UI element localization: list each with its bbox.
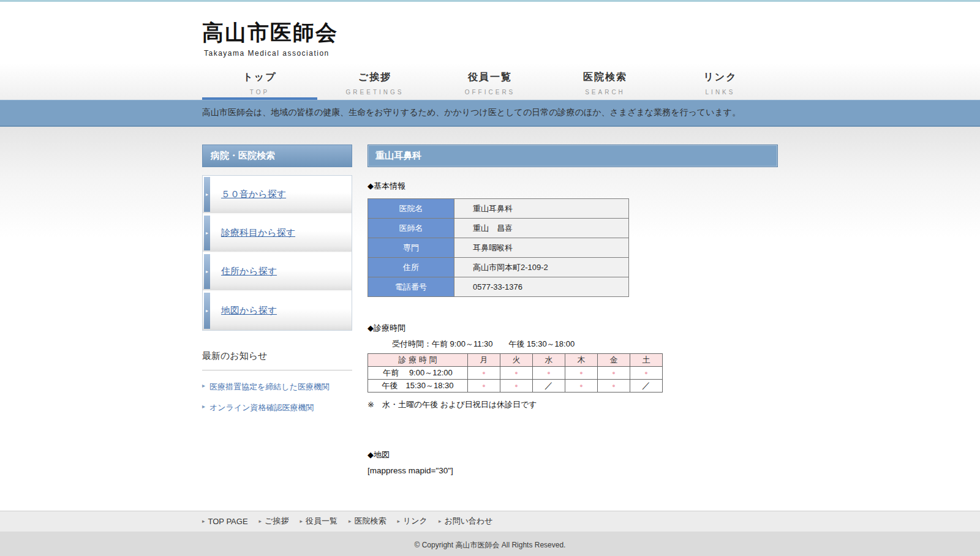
footer-link-label: ご挨拶 xyxy=(265,516,288,527)
nav-item[interactable]: ご挨拶 GREETINGS xyxy=(317,63,432,100)
hours-day-cell: ● xyxy=(468,367,500,380)
nav-item[interactable]: リンク LINKS xyxy=(663,63,778,100)
search-box-title: 病院・医院検索 xyxy=(202,145,352,167)
hours-day-cell: ● xyxy=(565,380,598,393)
clinic-detail: 重山耳鼻科 ◆基本情報 医院名 重山耳鼻科 医師名 xyxy=(368,145,778,475)
hours-day-header: 月 xyxy=(468,354,500,367)
footer-link[interactable]: ▸ お問い合わせ xyxy=(439,516,493,527)
nav-item[interactable]: 役員一覧 OFFICERS xyxy=(432,63,548,100)
reception-hours: 受付時間：午前 9:00～11:30 午後 15:30～18:00 xyxy=(392,339,778,350)
hours-day-cell: ● xyxy=(500,380,533,393)
intro-banner-text: 高山市医師会は、地域の皆様の健康、生命をお守りするため、かかりつけ医としての日常… xyxy=(202,100,778,126)
arrow-icon: ▸ xyxy=(206,192,208,197)
basic-info-row: 電話番号 0577-33-1376 xyxy=(368,277,629,297)
search-menu-link[interactable]: 地図から探す xyxy=(221,305,277,317)
search-menu-item[interactable]: ▸ 診療科目から探す xyxy=(203,214,352,253)
nav-item-label: 医院検索 xyxy=(548,71,663,84)
clinic-title-bar: 重山耳鼻科 xyxy=(368,145,778,167)
nav-item-sublabel: GREETINGS xyxy=(317,89,432,96)
site-logo[interactable]: 高山市医師会 Takayama Medical association xyxy=(202,18,338,58)
nav-item[interactable]: トップ TOP xyxy=(202,63,317,100)
main-wrap: 病院・医院検索 ▸ ５０音から探す ▸ 診療科目から探す xyxy=(0,127,980,511)
basic-info-value: 0577-33-1376 xyxy=(454,277,629,297)
hours-table: 診 療 時 間 月 火 水 木 金 xyxy=(368,353,663,393)
footer-link[interactable]: ▸ 医院検索 xyxy=(349,516,386,527)
search-menu-item[interactable]: ▸ 地図から探す xyxy=(203,291,352,330)
map-heading: ◆地図 xyxy=(368,449,778,460)
hours-day-header: 木 xyxy=(565,354,598,367)
search-menu-link[interactable]: 住所から探す xyxy=(221,266,277,277)
news-link[interactable]: オンライン資格確認医療機関 xyxy=(209,402,314,413)
site-header: 高山市医師会 Takayama Medical association xyxy=(0,2,980,63)
nav-item-label: ご挨拶 xyxy=(317,71,432,84)
search-menu-link[interactable]: ５０音から探す xyxy=(221,189,286,200)
hours-day-cell: ／ xyxy=(533,380,565,393)
basic-info-row: 医師名 重山 昌喜 xyxy=(368,219,629,238)
hours-day-cell: ● xyxy=(630,367,663,380)
nav-item[interactable]: 医院検索 SEARCH xyxy=(548,63,663,100)
footer-link[interactable]: ▸ TOP PAGE xyxy=(202,517,248,526)
arrow-icon: ▸ xyxy=(439,519,442,524)
footer-link-label: 医院検索 xyxy=(354,516,386,527)
main-nav: トップ TOP ご挨拶 GREETINGS 役員一覧 OFFICERS 医院検索… xyxy=(0,63,980,100)
hours-day-cell: ● xyxy=(598,367,630,380)
basic-info-label: 医師名 xyxy=(368,219,454,238)
footer-link[interactable]: ▸ 役員一覧 xyxy=(300,516,337,527)
basic-info-label: 専門 xyxy=(368,238,454,258)
nav-item-sublabel: SEARCH xyxy=(548,89,663,96)
hours-day-cell: ／ xyxy=(630,380,663,393)
hours-day-cell: ● xyxy=(533,367,565,380)
basic-info-row: 住所 高山市岡本町2-109-2 xyxy=(368,258,629,277)
arrow-icon: ▸ xyxy=(349,519,352,524)
search-menu-item[interactable]: ▸ 住所から探す xyxy=(203,253,352,291)
arrow-icon: ▸ xyxy=(202,383,205,389)
hours-day-cell: ● xyxy=(598,380,630,393)
footer-link[interactable]: ▸ ご挨拶 xyxy=(259,516,289,527)
basic-info-value: 重山耳鼻科 xyxy=(454,199,629,219)
nav-item-label: リンク xyxy=(663,71,778,84)
accent-bar: ▸ xyxy=(204,254,210,289)
nav-item-label: トップ xyxy=(202,71,317,84)
hours-day-header: 水 xyxy=(533,354,565,367)
arrow-icon: ▸ xyxy=(206,231,208,236)
hours-day-header: 金 xyxy=(598,354,630,367)
hours-day-header: 土 xyxy=(630,354,663,367)
map-shortcode: [mappress mapid="30"] xyxy=(368,466,778,475)
news-link[interactable]: 医療措置協定を締結した医療機関 xyxy=(209,381,330,393)
nav-item-sublabel: LINKS xyxy=(663,89,778,96)
footer-link[interactable]: ▸ リンク xyxy=(397,516,427,527)
hours-note: ※ 水・土曜の午後 および日祝日は休診日です xyxy=(368,399,778,410)
hours-day-cell: ● xyxy=(565,367,598,380)
intro-banner: 高山市医師会は、地域の皆様の健康、生命をお守りするため、かかりつけ医としての日常… xyxy=(0,100,980,127)
sidebar: 病院・医院検索 ▸ ５０音から探す ▸ 診療科目から探す xyxy=(202,145,352,423)
arrow-icon: ▸ xyxy=(397,519,400,524)
arrow-icon: ▸ xyxy=(202,404,205,410)
basic-info-label: 電話番号 xyxy=(368,277,454,297)
search-menu-link[interactable]: 診療科目から探す xyxy=(221,227,295,239)
basic-info-heading: ◆基本情報 xyxy=(368,181,778,192)
basic-info-value: 高山市岡本町2-109-2 xyxy=(454,258,629,277)
nav-item-label: 役員一覧 xyxy=(432,71,548,84)
arrow-icon: ▸ xyxy=(300,519,303,524)
footer-nav: ▸ TOP PAGE ▸ ご挨拶 ▸ 役員一覧 ▸ xyxy=(202,511,778,532)
news-item: ▸ オンライン資格確認医療機関 xyxy=(202,402,352,413)
page: 高山市医師会 Takayama Medical association トップ … xyxy=(0,0,980,556)
basic-info-label: 住所 xyxy=(368,258,454,277)
accent-bar: ▸ xyxy=(204,216,210,250)
basic-info-value: 耳鼻咽喉科 xyxy=(454,238,629,258)
copyright-text: © Copyright 高山市医師会 All Rights Reseved. xyxy=(0,540,980,550)
nav-item-sublabel: OFFICERS xyxy=(432,89,548,96)
search-menu-item[interactable]: ▸ ５０音から探す xyxy=(203,176,352,214)
arrow-icon: ▸ xyxy=(259,519,262,524)
basic-info-table: 医院名 重山耳鼻科 医師名 重山 昌喜 専門 耳鼻咽喉科 xyxy=(368,198,629,297)
basic-info-row: 医院名 重山耳鼻科 xyxy=(368,199,629,219)
accent-bar: ▸ xyxy=(204,177,210,212)
site-subtitle: Takayama Medical association xyxy=(202,49,338,58)
footer-link-label: TOP PAGE xyxy=(208,517,248,526)
news-list: ▸ 医療措置協定を締結した医療機関 ▸ オンライン資格確認医療機関 xyxy=(202,381,352,413)
footer-link-label: お問い合わせ xyxy=(444,516,492,527)
news-item: ▸ 医療措置協定を締結した医療機関 xyxy=(202,381,352,393)
basic-info-label: 医院名 xyxy=(368,199,454,219)
hours-day-header: 火 xyxy=(500,354,533,367)
site-title: 高山市医師会 xyxy=(202,18,338,47)
